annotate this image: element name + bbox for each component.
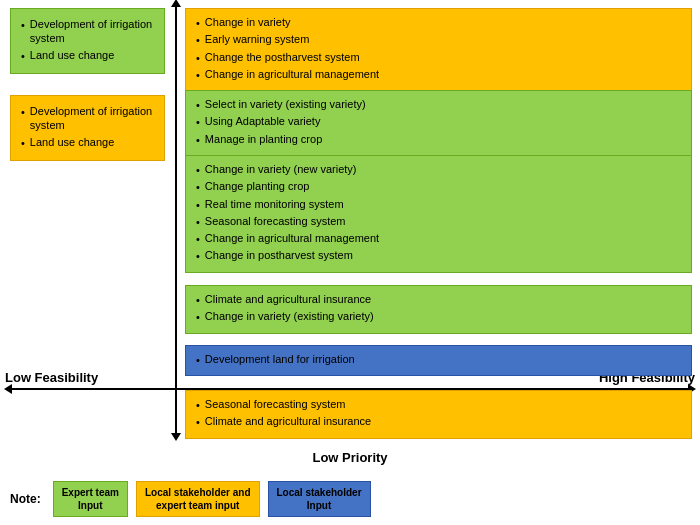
list-item: • Development land for irrigation — [196, 352, 681, 367]
bullet-icon: • — [196, 163, 200, 177]
bullet-icon: • — [196, 180, 200, 194]
bullet-icon: • — [196, 51, 200, 65]
list-item: • Manage in planting crop — [196, 132, 681, 147]
list-item: • Change in variety (new variety) — [196, 162, 681, 177]
list-item: • Climate and agricultural insurance — [196, 292, 681, 307]
right-box-4: • Climate and agricultural insurance • C… — [185, 285, 692, 334]
list-item: • Climate and agricultural insurance — [196, 414, 681, 429]
list-item: • Early warning system — [196, 32, 681, 47]
legend-local-stakeholder: Local stakeholderInput — [268, 481, 371, 517]
bullet-icon: • — [196, 232, 200, 246]
bullet-icon: • — [196, 310, 200, 324]
list-item: • Using Adaptable variety — [196, 114, 681, 129]
right-box-1: • Change in variety • Early warning syst… — [185, 8, 692, 91]
left-top-box: • Development of irrigation system • Lan… — [10, 8, 165, 74]
list-item: • Seasonal forecasting system — [196, 214, 681, 229]
main-container: Low Feasibility High Feasibility Low Pri… — [0, 0, 700, 525]
bullet-icon: • — [196, 293, 200, 307]
list-item: • Change in agricultural management — [196, 231, 681, 246]
bullet-icon: • — [196, 198, 200, 212]
list-item: • Development of irrigation system — [21, 17, 154, 46]
list-item: • Change in agricultural management — [196, 67, 681, 82]
list-item: • Seasonal forecasting system — [196, 397, 681, 412]
bullet-icon: • — [21, 49, 25, 63]
list-item: • Select in variety (existing variety) — [196, 97, 681, 112]
bullet-icon: • — [196, 415, 200, 429]
list-item: • Change the postharvest system — [196, 50, 681, 65]
bullet-icon: • — [196, 249, 200, 263]
bullet-icon: • — [21, 136, 25, 150]
list-item: • Change in variety — [196, 15, 681, 30]
list-item: • Land use change — [21, 135, 154, 150]
note-section: Note: Expert teamInput Local stakeholder… — [10, 481, 371, 517]
right-box-3: • Change in variety (new variety) • Chan… — [185, 155, 692, 273]
bullet-icon: • — [196, 353, 200, 367]
list-item: • Development of irrigation system — [21, 104, 154, 133]
bullet-icon: • — [196, 133, 200, 147]
list-item: • Change planting crop — [196, 179, 681, 194]
bullet-icon: • — [196, 215, 200, 229]
left-bottom-box: • Development of irrigation system • Lan… — [10, 95, 165, 161]
bullet-icon: • — [196, 33, 200, 47]
note-label: Note: — [10, 492, 41, 506]
bullet-icon: • — [21, 18, 25, 32]
bullet-icon: • — [196, 115, 200, 129]
low-priority-label: Low Priority — [312, 450, 387, 465]
right-box-2: • Select in variety (existing variety) •… — [185, 90, 692, 156]
bullet-icon: • — [196, 398, 200, 412]
right-box-5: • Development land for irrigation — [185, 345, 692, 376]
bullet-icon: • — [196, 98, 200, 112]
low-feasibility-label: Low Feasibility — [5, 370, 98, 385]
list-item: • Real time monitoring system — [196, 197, 681, 212]
list-item: • Change in variety (existing variety) — [196, 309, 681, 324]
list-item: • Change in postharvest system — [196, 248, 681, 263]
vertical-axis — [175, 5, 177, 435]
list-item: • Land use change — [21, 48, 154, 63]
bullet-icon: • — [196, 68, 200, 82]
right-box-6: • Seasonal forecasting system • Climate … — [185, 390, 692, 439]
bullet-icon: • — [196, 16, 200, 30]
bullet-icon: • — [21, 105, 25, 119]
legend-expert-team: Expert teamInput — [53, 481, 128, 517]
legend-local-stakeholder-expert: Local stakeholder andexpert team input — [136, 481, 260, 517]
